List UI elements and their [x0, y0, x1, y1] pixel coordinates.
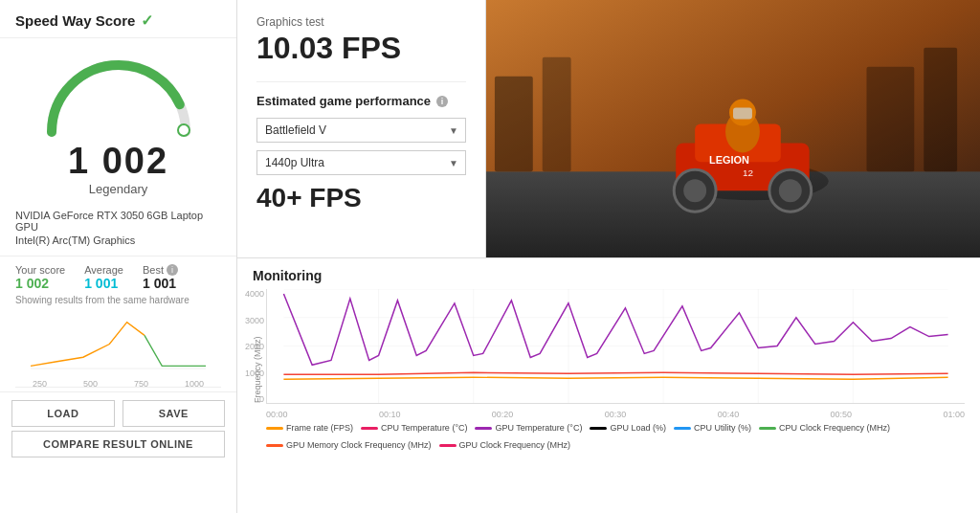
y-3000: 3000 [237, 316, 264, 325]
chart-legend: Frame rate (FPS) CPU Temperature (°C) GP… [266, 423, 965, 450]
best-label: Best [143, 264, 164, 276]
cpu-label: Intel(R) Arc(TM) Graphics [15, 234, 221, 246]
check-icon: ✓ [141, 11, 153, 30]
svg-rect-7 [924, 48, 957, 172]
y-labels: 4000 3000 2000 1000 0 [237, 289, 264, 404]
legend-gpu-clock-label: GPU Clock Frequency (MHz) [459, 440, 571, 450]
chart-label-1000: 1000 [185, 379, 204, 389]
game-perf-info-icon: i [436, 96, 448, 107]
legend-cpu-utility-label: CPU Utility (%) [694, 423, 751, 433]
load-button[interactable]: LOAD [11, 400, 115, 427]
game-perf-header: Estimated game performance i [256, 94, 466, 108]
monitoring-title: Monitoring [253, 268, 965, 283]
svg-point-14 [779, 179, 802, 202]
top-right: Graphics test 10.03 FPS Estimated game p… [237, 0, 980, 258]
hardware-note: Showing results from the same hardware [15, 295, 221, 305]
legend-gpu-clock: GPU Clock Frequency (MHz) [439, 440, 571, 450]
chart-label-500: 500 [83, 379, 98, 389]
y-0: 0 [237, 394, 264, 404]
x-label-2: 00:20 [492, 410, 514, 419]
x-label-4: 00:40 [718, 410, 740, 419]
compare-button[interactable]: COMPARE RESULT ONLINE [11, 431, 225, 457]
right-panel: Graphics test 10.03 FPS Estimated game p… [237, 0, 980, 513]
game-select-wrapper[interactable]: Battlefield V Cyberpunk 2077 Fortnite ▼ [256, 118, 466, 143]
x-label-1: 00:10 [379, 410, 401, 419]
chart-label-250: 250 [33, 379, 47, 389]
average-label: Average [84, 264, 123, 276]
chart-inner: 4000 3000 2000 1000 0 [266, 289, 965, 450]
svg-point-0 [178, 124, 189, 136]
legend-gpu-load-dot [590, 427, 607, 430]
y-1000: 1000 [237, 368, 264, 378]
score-label: Legendary [89, 182, 147, 196]
left-panel: Speed Way Score ✓ 1 002 Legendary NVIDIA… [0, 0, 237, 513]
quality-select-wrapper[interactable]: 1440p Ultra 1080p Ultra 1080p High ▼ [256, 150, 466, 175]
svg-point-12 [683, 179, 706, 202]
svg-rect-5 [543, 57, 571, 172]
legend-cpu-temp: CPU Temperature (°C) [361, 423, 467, 433]
x-label-6: 01:00 [943, 410, 965, 419]
game-select[interactable]: Battlefield V Cyberpunk 2077 Fortnite [256, 118, 466, 143]
legend-gpu-mem-clock-dot [266, 444, 283, 447]
legend-gpu-load: GPU Load (%) [590, 423, 666, 433]
header-section: Speed Way Score ✓ [0, 0, 236, 38]
graphics-panel: Graphics test 10.03 FPS Estimated game p… [237, 0, 486, 257]
legend-frame-rate: Frame rate (FPS) [266, 423, 353, 433]
your-score-col: Your score 1 002 [15, 264, 65, 291]
graphics-test-label: Graphics test [256, 15, 466, 29]
x-label-5: 00:50 [831, 410, 853, 419]
game-performance-section: Estimated game performance i Battlefield… [256, 81, 466, 213]
best-value: 1 001 [143, 276, 178, 291]
score-row: Your score 1 002 Average 1 001 Best i 1 … [15, 264, 221, 291]
your-score-label: Your score [15, 264, 65, 276]
legend-cpu-temp-dot [361, 427, 378, 430]
legend-cpu-temp-label: CPU Temperature (°C) [381, 423, 467, 433]
x-label-3: 00:30 [605, 410, 627, 419]
quality-select[interactable]: 1440p Ultra 1080p Ultra 1080p High [256, 150, 466, 175]
x-label-0: 00:00 [266, 410, 288, 419]
main-container: Speed Way Score ✓ 1 002 Legendary NVIDIA… [0, 0, 980, 513]
legend-gpu-temp-label: GPU Temperature (°C) [495, 423, 582, 433]
legend-gpu-temp: GPU Temperature (°C) [475, 423, 582, 433]
svg-rect-19 [733, 108, 752, 120]
score-comparison: Your score 1 002 Average 1 001 Best i 1 … [0, 256, 236, 392]
legend-gpu-clock-dot [439, 444, 457, 447]
legend-cpu-clock-dot [759, 427, 776, 430]
best-info-row: Best i [143, 264, 178, 276]
legend-cpu-clock: CPU Clock Frequency (MHz) [759, 423, 890, 433]
monitoring-section: Monitoring Frequency (MHz) 4000 3000 200… [237, 258, 980, 513]
legend-cpu-clock-label: CPU Clock Frequency (MHz) [779, 423, 890, 433]
y-4000: 4000 [237, 289, 264, 299]
legend-cpu-utility: CPU Utility (%) [674, 423, 751, 433]
y-2000: 2000 [237, 342, 264, 351]
graphics-fps: 10.03 FPS [256, 31, 466, 66]
legend-gpu-mem-clock: GPU Memory Clock Frequency (MHz) [266, 440, 432, 450]
your-score-value: 1 002 [15, 276, 65, 291]
game-scene-svg: LEGION 12 [486, 0, 980, 257]
svg-rect-6 [866, 67, 914, 172]
legend-frame-rate-dot [266, 427, 283, 430]
chart-label-750: 750 [134, 379, 148, 389]
mini-chart-svg [31, 313, 206, 375]
app-title-row: Speed Way Score ✓ [15, 11, 221, 30]
average-col: Average 1 001 [84, 264, 123, 291]
save-button[interactable]: SAVE [122, 400, 226, 427]
x-axis-labels: 00:00 00:10 00:20 00:30 00:40 00:50 01:0… [266, 410, 965, 419]
game-perf-label: Estimated game performance [256, 94, 431, 108]
estimated-fps: 40+ FPS [256, 183, 466, 213]
game-image-panel: LEGION 12 Speed Way (v1.0) [486, 0, 980, 257]
chart-container: Frequency (MHz) 4000 3000 2000 1000 0 [253, 289, 965, 450]
best-col: Best i 1 001 [143, 264, 178, 291]
gauge-svg [33, 46, 205, 137]
svg-rect-4 [495, 77, 533, 172]
legend-cpu-utility-dot [674, 427, 691, 430]
info-icon: i [167, 264, 178, 276]
legend-gpu-temp-dot [475, 427, 492, 430]
btn-row: LOAD SAVE [11, 400, 225, 427]
legend-gpu-mem-clock-label: GPU Memory Clock Frequency (MHz) [286, 440, 432, 450]
gauge-chart [33, 46, 205, 137]
gpu-label: NVIDIA GeForce RTX 3050 6GB Laptop GPU [15, 210, 221, 233]
average-value: 1 001 [84, 276, 123, 291]
score-section: 1 002 Legendary [0, 38, 236, 206]
mini-chart: 250 500 750 1000 [15, 311, 221, 388]
